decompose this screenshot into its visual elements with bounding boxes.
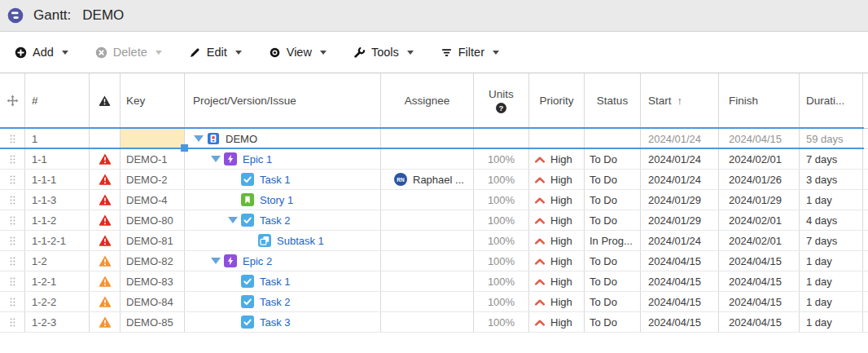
warning-orange-icon[interactable] [99, 315, 112, 329]
units-cell[interactable]: 100% [474, 190, 529, 210]
issue-name[interactable]: Task 2 [260, 296, 291, 308]
issue-cell[interactable]: Epic 2 [185, 251, 381, 271]
units-cell[interactable]: 100% [474, 312, 529, 332]
expand-collapse-icon[interactable] [194, 135, 204, 142]
finish-cell[interactable]: 2024/01/29 [719, 190, 800, 210]
assignee-cell[interactable] [381, 231, 474, 250]
column-header-key[interactable]: Key [121, 73, 185, 128]
drag-handle[interactable] [0, 271, 25, 291]
column-header-units[interactable]: Units ? [474, 73, 529, 128]
duration-cell[interactable]: 3 days [800, 170, 863, 189]
finish-cell[interactable]: 2024/04/15 [719, 271, 800, 291]
priority-cell[interactable]: High [529, 312, 585, 332]
units-cell[interactable]: 100% [474, 251, 529, 271]
start-cell[interactable]: 2024/04/15 [641, 312, 719, 332]
warning-cell[interactable] [90, 149, 121, 169]
column-header-num[interactable]: # [25, 73, 90, 128]
expand-collapse-icon[interactable] [211, 258, 221, 264]
key-cell[interactable]: DEMO-2 [121, 170, 185, 189]
issue-cell[interactable]: Task 2 [185, 292, 381, 311]
assignee-cell[interactable] [381, 129, 474, 148]
priority-cell[interactable]: High [529, 210, 585, 230]
warning-red-icon[interactable] [99, 214, 112, 227]
row-number-cell[interactable]: 1-1-3 [25, 190, 90, 210]
table-row[interactable]: 1-1-1DEMO-2Task 1RNRaphael ...100%HighTo… [0, 170, 868, 190]
column-header-issue[interactable]: Project/Version/Issue [185, 73, 381, 128]
duration-cell[interactable]: 1 day [800, 251, 863, 271]
finish-cell[interactable]: 2024/04/15 [719, 292, 800, 311]
warning-red-icon[interactable] [99, 152, 112, 165]
assignee-cell[interactable] [381, 210, 474, 230]
row-number-cell[interactable]: 1-2-2 [25, 292, 90, 311]
status-cell[interactable]: To Do [585, 251, 641, 271]
key-cell[interactable]: DEMO-85 [121, 312, 185, 332]
status-cell[interactable]: To Do [585, 271, 641, 291]
duration-cell[interactable]: 1 day [800, 292, 863, 311]
table-row[interactable]: 1-1-3DEMO-4Story 1100%HighTo Do2024/01/2… [0, 190, 868, 210]
issue-cell[interactable]: Epic 1 [185, 149, 381, 169]
assignee-cell[interactable] [381, 190, 474, 210]
issue-cell[interactable]: Task 1 [185, 271, 381, 291]
tools-button[interactable]: Tools [353, 46, 414, 59]
table-row[interactable]: 1-1-2-1DEMO-81Subtask 1100%HighIn Prog..… [0, 231, 868, 251]
edit-button[interactable]: Edit [189, 46, 242, 59]
expand-collapse-icon[interactable] [228, 217, 238, 223]
start-cell[interactable]: 2024/01/29 [641, 210, 719, 230]
drag-handle[interactable] [0, 292, 25, 311]
warning-cell[interactable] [90, 292, 121, 311]
status-cell[interactable]: To Do [585, 170, 641, 189]
table-row[interactable]: 1-2-2DEMO-84Task 2100%HighTo Do2024/04/1… [0, 292, 868, 312]
finish-cell[interactable]: 2024/01/26 [719, 170, 800, 189]
warning-orange-icon[interactable] [99, 254, 112, 267]
issue-name[interactable]: Epic 2 [243, 255, 272, 267]
finish-cell[interactable]: 2024/04/15 [719, 251, 800, 271]
issue-cell[interactable]: DEMO [185, 129, 381, 148]
key-cell[interactable]: DEMO-82 [121, 251, 185, 271]
priority-cell[interactable]: High [529, 292, 585, 311]
key-cell[interactable]: DEMO-80 [121, 210, 185, 230]
duration-cell[interactable]: 4 days [800, 210, 863, 230]
drag-handle[interactable] [0, 129, 25, 148]
warning-orange-icon[interactable] [99, 275, 112, 288]
issue-name[interactable]: Epic 1 [243, 153, 272, 165]
units-cell[interactable]: 100% [474, 210, 529, 230]
units-cell[interactable]: 100% [474, 170, 529, 189]
assignee-cell[interactable] [381, 149, 474, 169]
status-cell[interactable] [585, 129, 641, 148]
start-cell[interactable]: 2024/01/24 [641, 170, 719, 189]
duration-cell[interactable]: 1 day [800, 271, 863, 291]
priority-cell[interactable]: High [529, 190, 585, 210]
drag-handle[interactable] [0, 312, 25, 332]
drag-handle[interactable] [0, 231, 25, 250]
drag-handle[interactable] [0, 170, 25, 189]
issue-name[interactable]: Task 1 [260, 174, 291, 186]
status-cell[interactable]: To Do [585, 312, 641, 332]
warning-cell[interactable] [90, 231, 121, 250]
assignee-cell[interactable]: RNRaphael ... [381, 170, 474, 189]
priority-cell[interactable]: High [529, 149, 585, 169]
start-cell[interactable]: 2024/01/24 [641, 231, 719, 250]
table-row[interactable]: 1-1DEMO-1Epic 1100%HighTo Do2024/01/2420… [0, 149, 868, 170]
table-row[interactable]: 1-1-2DEMO-80Task 2100%HighTo Do2024/01/2… [0, 210, 868, 231]
table-row[interactable]: 1DEMO2024/01/242024/04/1559 days [0, 129, 868, 149]
duration-cell[interactable]: 7 days [800, 231, 863, 250]
table-row[interactable]: 1-2-3DEMO-85Task 3100%HighTo Do2024/04/1… [0, 312, 868, 333]
duration-cell[interactable]: 1 day [800, 190, 863, 210]
status-cell[interactable]: To Do [585, 210, 641, 230]
start-cell[interactable]: 2024/04/15 [641, 251, 719, 271]
add-button[interactable]: Add [15, 46, 68, 59]
key-cell[interactable] [121, 129, 185, 148]
drag-handle[interactable] [0, 190, 25, 210]
issue-cell[interactable]: Task 1 [185, 170, 381, 189]
issue-cell[interactable]: Task 2 [185, 210, 381, 230]
issue-name[interactable]: Task 3 [260, 316, 291, 329]
row-number-cell[interactable]: 1-1-2-1 [25, 231, 90, 250]
warning-red-icon[interactable] [99, 173, 112, 186]
warning-cell[interactable] [90, 190, 121, 210]
help-question-icon[interactable]: ? [496, 103, 506, 113]
status-cell[interactable]: To Do [585, 190, 641, 210]
assignee-cell[interactable] [381, 292, 474, 311]
issue-cell[interactable]: Story 1 [185, 190, 381, 210]
key-cell[interactable]: DEMO-1 [121, 149, 185, 169]
column-header-priority[interactable]: Priority [529, 73, 585, 128]
